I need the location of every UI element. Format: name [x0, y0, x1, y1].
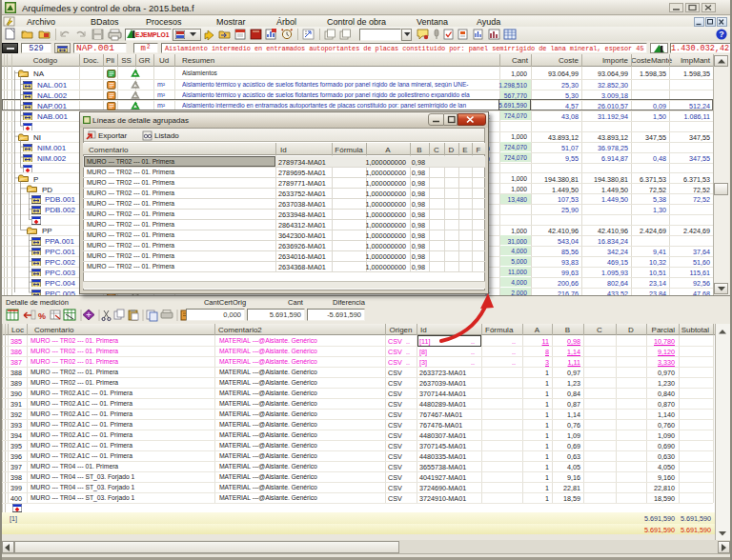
svg-text:?: ? — [719, 30, 724, 39]
svg-text:%: % — [38, 311, 46, 321]
